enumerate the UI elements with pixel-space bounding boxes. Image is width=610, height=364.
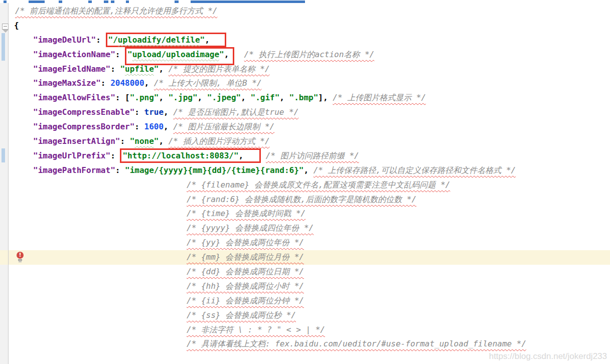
code-comment: /* {ii} 会替换成两位分钟 */: [187, 296, 304, 305]
code-line[interactable]: "imagePathFormat": "image/{yyyy}{mm}{dd}…: [0, 163, 610, 178]
code-key: "imageAllowFiles": [33, 93, 115, 102]
bulb-exclamation: !: [17, 252, 24, 259]
code-string: ".bmp": [289, 93, 319, 102]
code-comment: /* {filename} 会替换成原文件名,配置这项需要注意中文乱码问题 */: [187, 180, 450, 190]
code-punct: [261, 151, 266, 160]
code-line[interactable]: /* {ss} 会替换成两位秒 */: [0, 308, 610, 323]
code-line[interactable]: "imageActionName": "upload/uploadimage",…: [0, 48, 610, 62]
code-punct: :: [110, 64, 120, 74]
error-bulb-icon[interactable]: !: [17, 252, 24, 262]
code-punct: ,: [144, 78, 154, 88]
code-number: 1600: [144, 122, 164, 131]
code-punct: : [: [115, 93, 130, 102]
tab-bar: [0, 0, 610, 3]
code-line[interactable]: /* {rand:6} 会替换成随机数,后面的数字是随机数的位数 */: [0, 193, 610, 207]
code-key: "imagePathFormat": [33, 165, 115, 175]
code-editor-area[interactable]: /* 前后端通信相关的配置,注释只允许使用多行方式 */{"imageDelUr…: [0, 4, 610, 351]
code-punct: {: [14, 21, 19, 30]
code-punct: ,: [159, 136, 168, 146]
code-comment: /* 插入的图片浮动方式 */: [169, 136, 270, 146]
code-key: "imageDelUrl": [33, 35, 96, 45]
code-string: none: [134, 136, 154, 146]
code-punct: :: [96, 35, 105, 45]
code-line[interactable]: "imageFieldName": "upfile", /* 提交的图片表单名称…: [0, 62, 610, 77]
code-string: uploadify/delfile: [118, 35, 200, 45]
code-string: "/: [108, 35, 118, 45]
change-marker: [2, 148, 5, 162]
code-line[interactable]: "imageMaxSize": 2048000, /* 上传大小限制, 单位B …: [0, 76, 610, 91]
code-line[interactable]: /* {time} 会替换成时间戳 */: [0, 207, 610, 221]
code-key: "imageMaxSize": [33, 78, 101, 88]
code-keyword: true: [144, 107, 164, 117]
tab-fragment: [104, 1, 108, 3]
code-key: "imageFieldName": [33, 64, 110, 74]
code-string: ".png": [130, 93, 159, 102]
fold-arrow: [3, 30, 9, 33]
code-string: "http://localhost:8083/": [122, 151, 238, 160]
code-line[interactable]: {: [0, 19, 610, 33]
tab-fragment: [29, 1, 45, 3]
code-line[interactable]: /* 前后端通信相关的配置,注释只允许使用多行方式 */: [0, 4, 610, 19]
code-comment: /* {mm} 会替换成两位月份 */: [187, 252, 304, 262]
code-comment: /* 是否压缩图片,默认是true */: [173, 107, 298, 117]
code-comment: /* {rand:6} 会替换成随机数,后面的数字是随机数的位数 */: [187, 195, 416, 204]
code-line[interactable]: /* 具请体看线上文档: fex.baidu.com/ueditor/#use-…: [0, 337, 610, 351]
code-line-highlighted[interactable]: !/* {mm} 会替换成两位月份 */: [0, 250, 610, 265]
code-punct: ,: [303, 165, 313, 175]
fold-marker-icon[interactable]: [2, 24, 9, 33]
code-line[interactable]: /* {hh} 会替换成两位小时 */: [0, 279, 610, 294]
code-string: ".gif": [251, 93, 280, 102]
code-comment: /* 上传保存路径,可以自定义保存路径和文件名格式 */: [314, 165, 516, 175]
tab-fragment: [111, 1, 114, 3]
code-punct: ,: [198, 93, 207, 102]
watermark-text: https://blog.csdn.net/jokerdj233: [489, 351, 607, 361]
code-punct: :: [115, 165, 125, 175]
code-line[interactable]: /* {dd} 会替换成两位日期 */: [0, 265, 610, 279]
code-punct: ,: [279, 93, 289, 102]
code-comment: /* {hh} 会替换成两位小时 */: [187, 281, 304, 291]
code-punct: ,: [164, 122, 173, 131]
code-comment: /* {yy} 会替换成两位年份 */: [187, 238, 304, 247]
code-line[interactable]: /* 非法字符 \ : * ? " < > | */: [0, 323, 610, 337]
code-string: ": [219, 50, 224, 59]
code-number: 2048000: [110, 78, 144, 88]
code-key: "imageUrlPrefix": [33, 151, 110, 160]
code-line[interactable]: "imageCompressEnable": true, /* 是否压缩图片,默…: [0, 105, 610, 120]
code-line[interactable]: /* {ii} 会替换成两位分钟 */: [0, 294, 610, 308]
code-comment: /* {dd} 会替换成两位日期 */: [187, 267, 304, 276]
tab-fragment: [4, 1, 7, 3]
code-comment: /* {time} 会替换成时间戳 */: [187, 209, 306, 218]
code-string: upload/uploadimage: [132, 50, 219, 59]
code-line[interactable]: /* {yy} 会替换成两位年份 */: [0, 236, 610, 250]
code-line[interactable]: "imageAllowFiles": [".png", ".jpg", ".jp…: [0, 91, 610, 105]
code-key: "imageInsertAlign": [33, 136, 120, 146]
code-key: "imageCompressEnable": [33, 107, 134, 117]
code-line[interactable]: "imageCompressBorder": 1600, /* 图片压缩最长边限…: [0, 120, 610, 134]
code-comment: /* 图片访问路径前缀 */: [266, 151, 359, 160]
code-comment: /* 上传图片格式显示 */: [333, 93, 426, 102]
code-punct: ,: [205, 35, 210, 45]
code-punct: ,: [159, 64, 168, 74]
code-punct: :: [115, 50, 125, 59]
code-string: ": [120, 64, 125, 74]
active-tab-indicator: [191, 1, 305, 3]
code-string: ": [130, 136, 135, 146]
code-line[interactable]: "imageInsertAlign": "none", /* 插入的图片浮动方式…: [0, 134, 610, 149]
code-line[interactable]: "imageUrlPrefix": "http://localhost:8083…: [0, 149, 610, 163]
code-comment: /* 上传大小限制, 单位B */: [154, 78, 262, 88]
code-line[interactable]: "imageDelUrl": "/uploadify/delfile",: [0, 33, 610, 48]
code-punct: :: [134, 122, 144, 131]
tab-fragment: [88, 1, 92, 3]
code-string: "image/{yyyy}{mm}{dd}/{time}{rand:6}": [125, 165, 303, 175]
code-comment: /* 前后端通信相关的配置,注释只允许使用多行方式 */: [15, 6, 217, 16]
code-punct: ,: [164, 107, 173, 117]
code-string: ": [127, 50, 132, 59]
code-string: ".jpeg": [207, 93, 241, 102]
code-comment: /* 具请体看线上文档: fex.baidu.com/ueditor/#use-…: [187, 339, 526, 348]
code-comment: /* 提交的图片表单名称 */: [169, 64, 270, 74]
code-comment: /* {yyyy} 会替换成四位年份 */: [187, 223, 314, 233]
code-line[interactable]: /* {yyyy} 会替换成四位年份 */: [0, 221, 610, 236]
code-comment: /* 图片压缩最长边限制 */: [173, 122, 274, 131]
tab-fragment: [175, 1, 179, 3]
code-line[interactable]: /* {filename} 会替换成原文件名,配置这项需要注意中文乱码问题 */: [0, 178, 610, 193]
